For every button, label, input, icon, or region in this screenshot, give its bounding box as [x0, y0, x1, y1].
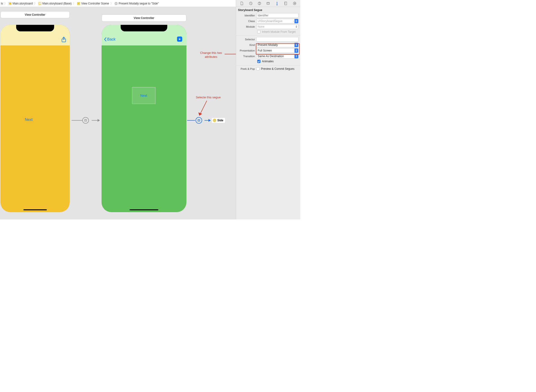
- crumb-storyboard-base[interactable]: Main.storyboard (Base): [37, 2, 73, 5]
- field-label: Class: [238, 20, 255, 23]
- svg-point-6: [115, 2, 117, 5]
- svg-rect-4: [77, 2, 80, 5]
- svg-rect-16: [85, 119, 86, 121]
- scene-title-bar[interactable]: View Controller: [101, 14, 187, 22]
- breadcrumb: ls 〉 Main.storyboard 〉 Main.storyboard (…: [0, 1, 267, 6]
- segue-present-icon: [82, 117, 89, 124]
- svg-rect-29: [277, 3, 277, 5]
- download-icon[interactable]: [177, 37, 182, 42]
- view-controller-preview[interactable]: [0, 25, 70, 212]
- svg-rect-1: [9, 3, 11, 5]
- transition-select[interactable]: Same As Destination: [256, 54, 298, 59]
- svg-rect-2: [38, 2, 41, 5]
- annotation-arrow-icon: [197, 99, 209, 117]
- field-label: Presentation: [238, 49, 255, 52]
- arrow-right-icon: [98, 119, 100, 122]
- scene-title-bar[interactable]: View Controller: [0, 11, 70, 18]
- view-controller-preview[interactable]: Back Next: [101, 25, 187, 212]
- back-label: Back: [107, 37, 116, 42]
- identity-inspector-tab-icon[interactable]: [266, 1, 271, 6]
- transition-row: Transition Same As Destination: [236, 53, 300, 59]
- class-select[interactable]: UIStoryboardSegue ◦: [256, 19, 298, 23]
- preview-commit-checkbox[interactable]: [256, 67, 259, 70]
- select-value: Present Modally: [258, 43, 278, 47]
- field-label: Kind: [238, 44, 255, 46]
- attributes-inspector-tab-icon[interactable]: [275, 1, 279, 6]
- svg-rect-18: [198, 119, 200, 121]
- presentation-select[interactable]: Full Screen: [256, 48, 298, 53]
- selector-row: Selector: [236, 37, 300, 42]
- arrow-right-icon: [208, 119, 211, 122]
- crumb-folder[interactable]: ls: [0, 2, 4, 5]
- back-button[interactable]: Back: [104, 37, 116, 42]
- connections-inspector-tab-icon[interactable]: [292, 1, 297, 6]
- identifier-input[interactable]: [256, 13, 298, 18]
- crumb-scene[interactable]: View Controller Scene: [76, 2, 110, 5]
- crumb-label: Main.storyboard: [13, 2, 33, 5]
- field-label: Module: [238, 25, 255, 28]
- checkbox-label: Inherit Module From Target: [262, 30, 296, 33]
- chevron-right-icon: 〉: [34, 1, 37, 6]
- segue-line: [72, 120, 82, 121]
- kind-select[interactable]: Present Modally: [256, 43, 298, 47]
- size-inspector-tab-icon[interactable]: [283, 1, 288, 6]
- segue-present-icon: [196, 117, 202, 124]
- checkbox-label: Animates: [262, 60, 274, 63]
- annotation-text: Selecte this segue: [192, 96, 225, 99]
- crumb-label: Main.storyboard (Base): [43, 2, 72, 5]
- chevron-updown-icon: [295, 25, 298, 29]
- storyboard-canvas[interactable]: View Controller View Controller Next Bac…: [0, 7, 236, 219]
- chevron-right-icon: 〉: [72, 1, 76, 6]
- chevron-right-icon: 〉: [4, 1, 8, 6]
- scene-icon: [77, 2, 80, 5]
- container-view[interactable]: Next: [132, 87, 155, 104]
- crumb-segue[interactable]: Present Modally segue to "Side": [114, 2, 160, 5]
- chevron-updown-icon: [295, 48, 298, 53]
- next-button[interactable]: Next: [25, 117, 33, 122]
- segue-connector-selected[interactable]: [187, 116, 211, 125]
- chevron-updown-icon: [295, 43, 298, 47]
- container-label: Next: [140, 94, 147, 98]
- segue-icon: [115, 2, 118, 5]
- crumb-storyboard[interactable]: Main.storyboard: [8, 2, 34, 5]
- module-row: Module None: [236, 24, 300, 29]
- segue-connector[interactable]: [72, 116, 100, 125]
- history-inspector-tab-icon[interactable]: [248, 1, 253, 6]
- file-inspector-tab-icon[interactable]: [240, 1, 244, 6]
- crumb-label: ls: [1, 2, 3, 5]
- animates-row: Animates: [236, 59, 300, 64]
- destination-reference-chip[interactable]: Side: [211, 117, 225, 123]
- svg-marker-23: [198, 112, 202, 116]
- select-value: Full Screen: [258, 49, 272, 52]
- chevron-updown-icon: [295, 54, 298, 58]
- svg-rect-7: [115, 3, 116, 4]
- animates-checkbox[interactable]: [257, 60, 260, 63]
- field-label: Transition: [238, 55, 255, 58]
- class-row: Class UIStoryboardSegue ◦: [236, 18, 300, 24]
- view-controller-icon: [213, 119, 216, 122]
- inherit-module-checkbox[interactable]: [257, 30, 260, 33]
- share-icon[interactable]: [61, 37, 66, 44]
- checkbox-label: Preview & Commit Segues: [261, 67, 295, 70]
- kind-row: Kind Present Modally: [236, 42, 300, 48]
- segue-line: [187, 120, 195, 121]
- annotation-text: Change this two attributes: [196, 51, 226, 59]
- crumb-label: Present Modally segue to "Side": [119, 2, 159, 5]
- svg-point-26: [259, 4, 259, 5]
- device-notch: [120, 25, 167, 31]
- help-inspector-tab-icon[interactable]: [257, 1, 262, 6]
- selector-input[interactable]: [256, 37, 298, 42]
- inspector-section-title: Storyboard Segue: [236, 7, 300, 13]
- home-indicator: [129, 209, 158, 210]
- module-select[interactable]: None: [256, 24, 298, 29]
- home-indicator: [23, 209, 47, 210]
- chip-label: Side: [217, 119, 223, 122]
- scene-title: View Controller: [25, 13, 45, 16]
- identifier-row: Identifier: [236, 13, 300, 18]
- storyboard-file-icon: [9, 2, 12, 5]
- presentation-row: Presentation Full Screen: [236, 48, 300, 53]
- svg-rect-27: [267, 2, 269, 5]
- clear-icon[interactable]: ◦: [293, 19, 294, 23]
- select-value: Same As Destination: [258, 55, 284, 58]
- select-value: UIStoryboardSegue: [258, 19, 282, 23]
